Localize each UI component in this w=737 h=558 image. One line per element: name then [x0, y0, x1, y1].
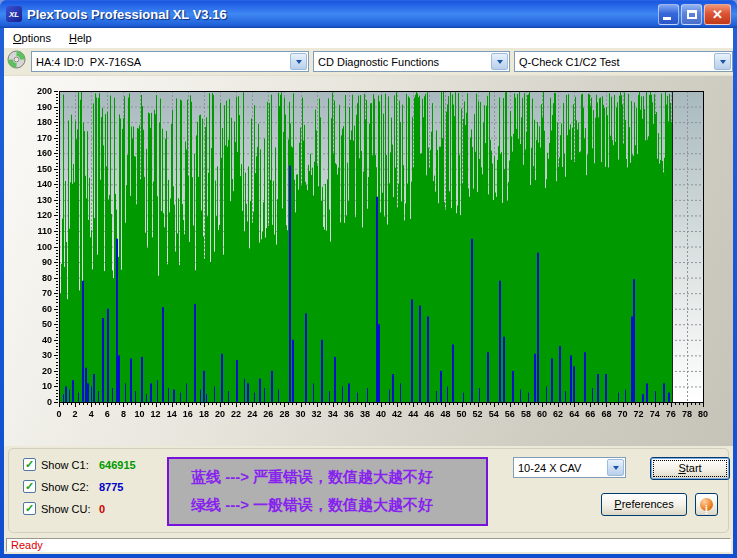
info-icon: i	[700, 498, 713, 511]
legend-note-box: 蓝线 ---> 严重错误，数值越大越不好 绿线 ---> 一般错误，数值越大越不…	[167, 457, 488, 526]
chevron-down-icon[interactable]	[714, 53, 731, 70]
chevron-down-icon[interactable]	[290, 53, 307, 70]
show-c2-label: Show C2:	[41, 481, 99, 493]
app-logo-icon: XL	[6, 6, 22, 22]
maximize-icon	[687, 10, 697, 19]
cd-disc-icon	[7, 50, 26, 73]
test-function-value: Q-Check C1/C2 Test	[515, 56, 713, 68]
show-c1-checkbox[interactable]: ✓	[23, 458, 36, 471]
show-cu-label: Show CU:	[41, 503, 99, 515]
show-c2-checkbox[interactable]: ✓	[23, 480, 36, 493]
close-button[interactable]: ✕	[704, 4, 731, 25]
show-cu-row: ✓ Show CU: 0	[23, 501, 105, 516]
show-c1-label: Show C1:	[41, 459, 99, 471]
device-select-value: HA:4 ID:0 PX-716SA	[32, 56, 289, 68]
cu-count: 0	[99, 503, 105, 515]
chevron-down-icon[interactable]	[607, 459, 624, 476]
toolbar: HA:4 ID:0 PX-716SA CD Diagnostic Functio…	[4, 48, 733, 76]
minimize-button[interactable]	[658, 4, 679, 25]
menu-options[interactable]: Options	[4, 29, 60, 47]
c1-c2-error-chart	[4, 76, 733, 446]
info-button[interactable]: i	[695, 493, 718, 516]
c1-count: 646915	[99, 459, 136, 471]
function-category-value: CD Diagnostic Functions	[314, 56, 490, 68]
minimize-icon	[663, 17, 671, 20]
test-function-select[interactable]: Q-Check C1/C2 Test	[514, 51, 733, 72]
chart-panel	[4, 76, 733, 446]
c2-count: 8775	[99, 481, 123, 493]
speed-select-value: 10-24 X CAV	[514, 462, 606, 474]
start-button[interactable]: Start	[650, 457, 730, 480]
preferences-button[interactable]: Preferences	[601, 493, 687, 516]
menu-help[interactable]: Help	[60, 29, 101, 47]
device-select[interactable]: HA:4 ID:0 PX-716SA	[31, 51, 309, 72]
speed-select[interactable]: 10-24 X CAV	[513, 457, 626, 478]
title-bar[interactable]: XL PlexTools Professional XL V3.16 ✕	[0, 0, 737, 28]
show-c1-row: ✓ Show C1: 646915	[23, 457, 136, 472]
app-window: XL PlexTools Professional XL V3.16 ✕ Opt…	[0, 0, 737, 558]
function-category-select[interactable]: CD Diagnostic Functions	[313, 51, 510, 72]
maximize-button[interactable]	[681, 4, 702, 25]
menu-bar: Options Help	[4, 28, 733, 48]
client-area: Options Help HA:4 ID:0 PX-716SA CD Diagn…	[4, 28, 733, 554]
legend-note-green-line: 绿线 ---> 一般错误，数值越大越不好	[191, 496, 486, 515]
chevron-down-icon[interactable]	[491, 53, 508, 70]
results-groupbox: ✓ Show C1: 646915 ✓ Show C2: 8775 ✓ Show…	[8, 448, 729, 533]
legend-note-blue-line: 蓝线 ---> 严重错误，数值越大越不好	[191, 468, 486, 487]
show-cu-checkbox[interactable]: ✓	[23, 502, 36, 515]
show-c2-row: ✓ Show C2: 8775	[23, 479, 123, 494]
preferences-button-label: Preferences	[614, 494, 673, 515]
start-button-label: Start	[678, 458, 701, 479]
window-title: PlexTools Professional XL V3.16	[27, 7, 656, 22]
status-bar: Ready	[6, 538, 731, 552]
status-text: Ready	[11, 539, 43, 551]
